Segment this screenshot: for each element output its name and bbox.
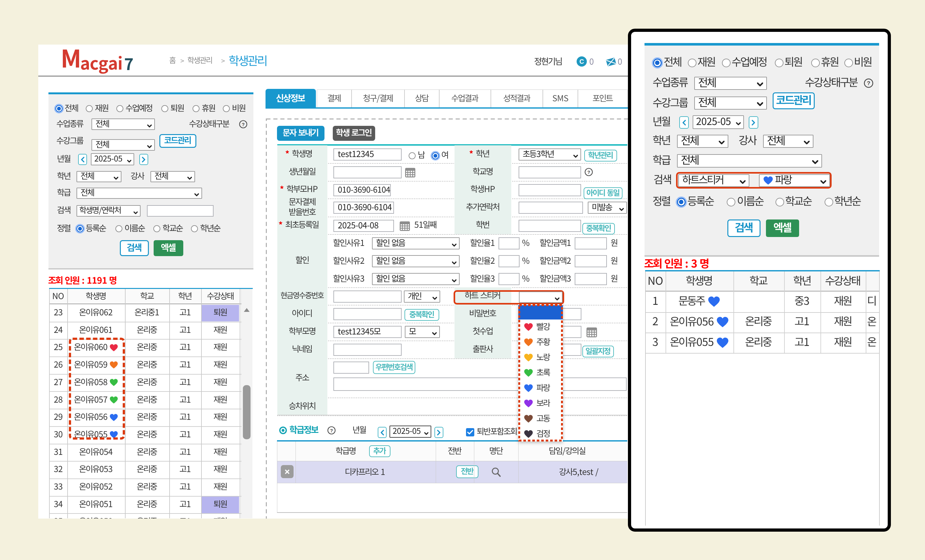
svg-text:?: ? [242,122,244,127]
svg-text:?: ? [867,80,871,86]
svg-text:?: ? [330,428,333,433]
svg-text:C: C [580,58,584,65]
svg-text:?: ? [587,170,590,175]
